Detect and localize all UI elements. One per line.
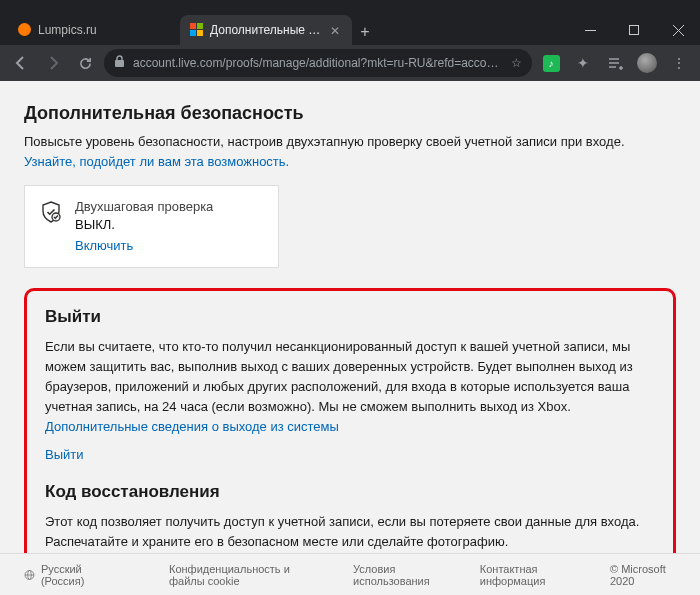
page-footer: Русский (Россия) Конфиденциальность и фа… — [0, 553, 700, 595]
intro-text: Повысьте уровень безопасности, настроив … — [24, 134, 625, 149]
signout-more-link[interactable]: Дополнительные сведения о выходе из сист… — [45, 419, 339, 434]
language-selector[interactable]: Русский (Россия) — [24, 563, 109, 587]
learn-more-link[interactable]: Узнайте, подойдет ли вам эта возможность… — [24, 154, 289, 169]
tab-microsoft-security[interactable]: Дополнительные параметры б… ✕ — [180, 15, 352, 45]
reading-list-icon[interactable] — [602, 50, 628, 76]
star-icon[interactable]: ☆ — [511, 56, 522, 70]
close-window-button[interactable] — [656, 15, 700, 45]
shield-check-icon — [39, 200, 63, 224]
window-controls — [568, 15, 700, 45]
highlighted-section: Выйти Если вы считаете, что кто-то получ… — [24, 288, 676, 595]
back-button[interactable] — [8, 50, 34, 76]
minimize-button[interactable] — [568, 15, 612, 45]
extension-button[interactable]: ♪ — [538, 50, 564, 76]
two-step-card: Двухшаговая проверка ВЫКЛ. Включить — [24, 185, 279, 268]
window-titlebar — [0, 0, 700, 10]
privacy-link[interactable]: Конфиденциальность и файлы cookie — [169, 563, 323, 587]
address-bar-row: account.live.com/proofs/manage/additiona… — [0, 45, 700, 81]
profile-button[interactable] — [634, 50, 660, 76]
tab-strip: Lumpics.ru Дополнительные параметры б… ✕… — [0, 10, 700, 45]
recovery-heading: Код восстановления — [45, 482, 655, 502]
lumpics-favicon — [18, 23, 32, 37]
contact-link[interactable]: Контактная информация — [480, 563, 580, 587]
address-bar[interactable]: account.live.com/proofs/manage/additiona… — [104, 49, 532, 77]
signout-text: Если вы считаете, что кто-то получил нес… — [45, 337, 655, 438]
extensions-icon[interactable]: ✦ — [570, 50, 596, 76]
globe-icon — [24, 568, 35, 582]
terms-link[interactable]: Условия использования — [353, 563, 450, 587]
microsoft-favicon — [190, 23, 204, 37]
forward-button[interactable] — [40, 50, 66, 76]
svg-rect-4 — [115, 60, 124, 67]
recovery-text: Этот код позволяет получить доступ к уче… — [45, 512, 655, 552]
url-text: account.live.com/proofs/manage/additiona… — [133, 56, 503, 70]
lock-icon — [114, 55, 125, 71]
svg-rect-0 — [585, 30, 596, 31]
signout-heading: Выйти — [45, 307, 655, 327]
tab-lumpics[interactable]: Lumpics.ru — [8, 15, 180, 45]
signout-action-link[interactable]: Выйти — [45, 447, 655, 462]
svg-rect-1 — [630, 26, 639, 35]
copyright-text: © Microsoft 2020 — [610, 563, 676, 587]
new-tab-button[interactable]: + — [352, 19, 378, 45]
language-label: Русский (Россия) — [41, 563, 109, 587]
two-step-label: Двухшаговая проверка — [75, 198, 213, 216]
reload-button[interactable] — [72, 50, 98, 76]
page-subtext: Повысьте уровень безопасности, настроив … — [24, 132, 676, 171]
maximize-button[interactable] — [612, 15, 656, 45]
two-step-status: ВЫКЛ. — [75, 216, 213, 234]
menu-button[interactable]: ⋮ — [666, 50, 692, 76]
close-tab-icon[interactable]: ✕ — [330, 24, 342, 36]
page-heading: Дополнительная безопасность — [24, 103, 676, 124]
enable-two-step-link[interactable]: Включить — [75, 237, 213, 255]
page-content: Дополнительная безопасность Повысьте уро… — [0, 81, 700, 595]
avatar — [637, 53, 657, 73]
tab-title: Lumpics.ru — [38, 23, 170, 37]
tab-title: Дополнительные параметры б… — [210, 23, 324, 37]
